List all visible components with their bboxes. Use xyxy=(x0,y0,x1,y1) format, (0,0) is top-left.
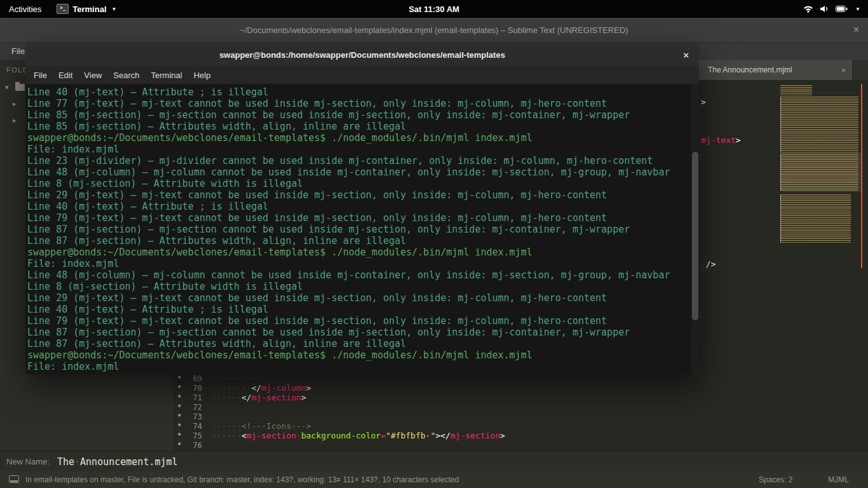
terminal-menu-edit[interactable]: Edit xyxy=(53,71,78,80)
terminal-scrollbar[interactable] xyxy=(691,85,699,374)
minimap-chunk xyxy=(780,154,858,191)
terminal-line: Line 8 (mj-section) — Attribute width is… xyxy=(27,281,689,292)
terminal-app-icon: >_ xyxy=(57,4,69,14)
code-text: ·········· xyxy=(212,374,261,383)
folder-icon xyxy=(15,84,25,91)
terminal-menu-terminal[interactable]: Terminal xyxy=(146,71,188,80)
modified-line-marker-icon: * xyxy=(173,384,186,392)
terminal-line: Line 29 (mj-text) — mj-text cannot be us… xyxy=(27,189,689,201)
code-line[interactable]: *71······</mj-section> xyxy=(173,393,868,402)
code-line[interactable]: *75······<mj-section·background-color="#… xyxy=(173,431,868,440)
sublime-title-bar[interactable]: ~/Documents/webclones/email-templates/in… xyxy=(0,18,868,43)
folder-collapsed-arrow-icon: ▸ xyxy=(13,116,19,125)
code-segment: · xyxy=(74,456,80,468)
code-segment: · xyxy=(296,431,301,440)
code-segment: > xyxy=(306,383,311,393)
code-line[interactable]: *70········</mj-column> xyxy=(173,383,868,393)
status-syntax[interactable]: MJML xyxy=(828,475,849,484)
terminal-line: Line 87 (mj-section) — Attributes width,… xyxy=(27,235,689,247)
terminal-line: Line 23 (mj-divider) — mj-divider cannot… xyxy=(27,155,689,166)
code-text: ······<mj-section·background-color="#fbf… xyxy=(212,431,505,440)
terminal-line: Line 77 (mj-text) — mj-text cannot be us… xyxy=(27,98,689,109)
line-number: 72 xyxy=(186,403,202,412)
clock[interactable]: Sat 11:30 AM xyxy=(409,4,459,14)
code-segment: The xyxy=(57,456,74,468)
terminal-body[interactable]: Line 40 (mj-text) — Attribute ; is illeg… xyxy=(25,85,699,374)
code-line[interactable]: *74······<!--·Icons·--> xyxy=(173,421,868,431)
chevron-down-icon: ▼ xyxy=(112,6,117,12)
status-message: In email-templates on master, File is un… xyxy=(25,475,459,484)
code-fragment: > xyxy=(701,97,706,107)
terminal-line: Line 29 (mj-text) — mj-text cannot be us… xyxy=(27,292,689,304)
code-text: ········</mj-column> xyxy=(212,383,311,393)
line-number: 70 xyxy=(186,384,202,393)
terminal-line: Line 87 (mj-section) — mj-section cannot… xyxy=(27,224,689,235)
terminal-line: Line 87 (mj-section) — Attributes width,… xyxy=(27,338,689,349)
line-number: 73 xyxy=(186,412,202,421)
code-segment: mj-column xyxy=(261,383,306,393)
volume-icon xyxy=(820,5,829,13)
terminal-line: Line 85 (mj-section) — Attributes width,… xyxy=(27,121,689,132)
code-fragment: mj-text> xyxy=(701,135,741,145)
terminal-line: File: index.mjml xyxy=(27,361,689,372)
system-tray[interactable]: ▼ xyxy=(803,0,860,18)
terminal-menu-help[interactable]: Help xyxy=(188,71,217,80)
tab-close-icon[interactable]: × xyxy=(841,65,846,75)
folder-open-arrow-icon: ▾ xyxy=(5,83,11,92)
code-segment: < xyxy=(241,431,247,440)
terminal-line: Line 48 (mj-column) — mj-column cannot b… xyxy=(27,269,689,281)
status-indentation[interactable]: Spaces: 2 xyxy=(759,475,792,484)
terminal-line: Line 40 (mj-text) — Attribute ; is illeg… xyxy=(27,201,689,212)
terminal-menu-search[interactable]: Search xyxy=(107,71,145,80)
rename-panel: New Name: The·Announcement.mjml xyxy=(0,451,868,471)
line-number: 71 xyxy=(186,393,202,402)
folder-collapsed-arrow-icon: ▸ xyxy=(13,100,19,108)
code-line[interactable]: *76 xyxy=(173,440,868,450)
minimap-chunk xyxy=(780,97,858,152)
status-right: Spaces: 2 MJML xyxy=(759,475,859,484)
code-line[interactable]: *73 xyxy=(173,412,868,421)
code-segment: <!--·Icons·--> xyxy=(241,421,311,431)
panel-toggle-icon[interactable] xyxy=(9,475,19,485)
code-segment: ······ xyxy=(212,431,241,440)
terminal-title-bar[interactable]: swapper@bonds:/home/swapper/Documents/we… xyxy=(25,43,699,66)
code-line[interactable]: *69·········· xyxy=(173,374,868,383)
terminal-line: Line 87 (mj-section) — mj-section cannot… xyxy=(27,327,689,338)
terminal-output: Line 40 (mj-text) — Attribute ; is illeg… xyxy=(27,86,689,372)
editor-scrollbar[interactable] xyxy=(861,84,862,268)
terminal-line: File: index.mjml xyxy=(27,258,689,269)
system-menu-chevron-icon: ▼ xyxy=(855,6,860,12)
modified-line-marker-icon: * xyxy=(173,441,186,449)
sublime-close-icon[interactable]: × xyxy=(853,18,859,42)
code-segment: "#fbfbfb·" xyxy=(386,431,435,440)
minimap-chunk xyxy=(780,85,812,95)
terminal-close-icon[interactable]: × xyxy=(683,43,689,66)
terminal-line: swapper@bonds:~/Documents/webclones/emai… xyxy=(27,247,689,258)
code-segment: ······ xyxy=(212,393,241,402)
code-segment: > xyxy=(736,135,741,145)
minimap[interactable] xyxy=(780,83,862,381)
gnome-top-bar: Activities >_ Terminal ▼ Sat 11:30 AM ▼ xyxy=(0,0,868,18)
modified-line-marker-icon: * xyxy=(173,412,186,421)
rename-label: New Name: xyxy=(6,457,50,466)
terminal-scrollbar-thumb[interactable] xyxy=(692,152,698,320)
rename-input[interactable]: The·Announcement.mjml xyxy=(57,456,178,468)
code-segment: ······ xyxy=(212,421,241,431)
terminal-menu-file[interactable]: File xyxy=(28,71,53,80)
terminal-menu-view[interactable]: View xyxy=(78,71,107,80)
code-segment: mj-section xyxy=(451,431,500,440)
code-line[interactable]: *72 xyxy=(173,402,868,412)
modified-line-marker-icon: * xyxy=(173,422,186,430)
code-text: ······</mj-section> xyxy=(212,393,306,402)
terminal-line: Line 8 (mj-section) — Attribute width is… xyxy=(27,178,689,189)
code-segment: > xyxy=(500,431,505,440)
modified-line-marker-icon: * xyxy=(173,431,186,440)
activities-button[interactable]: Activities xyxy=(0,0,50,18)
line-number: 76 xyxy=(186,441,202,450)
code-segment: ········ xyxy=(212,383,252,393)
editor-code-lines: *69··········*70········</mj-column>*71·… xyxy=(173,374,868,450)
code-text: ······<!--·Icons·--> xyxy=(212,421,311,431)
app-menu[interactable]: >_ Terminal ▼ xyxy=(50,0,123,18)
terminal-window-title: swapper@bonds:/home/swapper/Documents/we… xyxy=(219,50,505,60)
modified-line-marker-icon: * xyxy=(173,393,186,402)
